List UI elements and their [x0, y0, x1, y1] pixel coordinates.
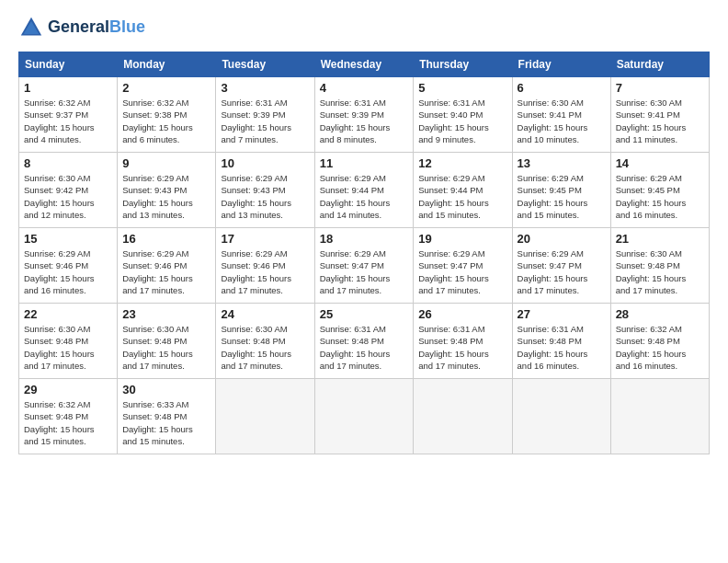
weekday-sunday: Sunday [19, 52, 118, 77]
day-detail: Sunrise: 6:31 AMSunset: 9:48 PMDaylight:… [518, 323, 606, 372]
day-detail: Sunrise: 6:29 AMSunset: 9:43 PMDaylight:… [221, 172, 309, 221]
day-number: 13 [518, 156, 606, 170]
calendar-cell: 30Sunrise: 6:33 AMSunset: 9:48 PMDayligh… [118, 379, 216, 454]
day-number: 18 [320, 232, 409, 246]
day-detail: Sunrise: 6:29 AMSunset: 9:47 PMDaylight:… [320, 247, 409, 296]
calendar-cell: 24Sunrise: 6:30 AMSunset: 9:48 PMDayligh… [216, 304, 314, 379]
day-number: 9 [122, 156, 210, 170]
day-number: 23 [122, 307, 210, 321]
calendar-cell: 8Sunrise: 6:30 AMSunset: 9:42 PMDaylight… [19, 153, 118, 228]
calendar-cell [216, 379, 314, 454]
day-number: 6 [518, 81, 606, 95]
calendar-cell: 17Sunrise: 6:29 AMSunset: 9:46 PMDayligh… [216, 228, 314, 304]
day-detail: Sunrise: 6:31 AMSunset: 9:39 PMDaylight:… [221, 97, 309, 145]
day-number: 26 [418, 307, 506, 321]
calendar-cell: 23Sunrise: 6:30 AMSunset: 9:48 PMDayligh… [118, 304, 216, 379]
day-number: 20 [518, 232, 606, 246]
calendar-cell: 6Sunrise: 6:30 AMSunset: 9:41 PMDaylight… [512, 77, 610, 153]
calendar-cell: 25Sunrise: 6:31 AMSunset: 9:48 PMDayligh… [314, 304, 414, 379]
logo: GeneralBlue [18, 15, 145, 40]
day-number: 29 [24, 383, 112, 396]
calendar-cell: 9Sunrise: 6:29 AMSunset: 9:43 PMDaylight… [118, 153, 216, 228]
week-row-2: 8Sunrise: 6:30 AMSunset: 9:42 PMDaylight… [19, 153, 710, 228]
day-detail: Sunrise: 6:29 AMSunset: 9:46 PMDaylight:… [24, 247, 112, 296]
calendar-cell: 15Sunrise: 6:29 AMSunset: 9:46 PMDayligh… [19, 228, 118, 304]
calendar-cell: 18Sunrise: 6:29 AMSunset: 9:47 PMDayligh… [314, 228, 414, 304]
calendar-cell: 14Sunrise: 6:29 AMSunset: 9:45 PMDayligh… [610, 153, 709, 228]
calendar-cell: 3Sunrise: 6:31 AMSunset: 9:39 PMDaylight… [216, 77, 314, 153]
day-number: 8 [24, 156, 112, 170]
calendar-cell: 13Sunrise: 6:29 AMSunset: 9:45 PMDayligh… [512, 153, 610, 228]
day-detail: Sunrise: 6:30 AMSunset: 9:48 PMDaylight:… [221, 323, 309, 372]
day-detail: Sunrise: 6:30 AMSunset: 9:48 PMDaylight:… [616, 247, 704, 296]
day-number: 3 [221, 81, 309, 95]
weekday-header-row: SundayMondayTuesdayWednesdayThursdayFrid… [19, 52, 710, 77]
day-number: 4 [320, 81, 409, 95]
day-number: 21 [616, 232, 704, 246]
day-detail: Sunrise: 6:32 AMSunset: 9:37 PMDaylight:… [24, 97, 112, 145]
day-number: 10 [221, 156, 309, 170]
weekday-wednesday: Wednesday [314, 52, 414, 77]
day-detail: Sunrise: 6:32 AMSunset: 9:48 PMDaylight:… [616, 323, 704, 372]
day-detail: Sunrise: 6:29 AMSunset: 9:45 PMDaylight:… [616, 172, 704, 221]
day-detail: Sunrise: 6:31 AMSunset: 9:40 PMDaylight:… [418, 97, 506, 145]
weekday-monday: Monday [118, 52, 216, 77]
day-number: 12 [418, 156, 506, 170]
weekday-friday: Friday [512, 52, 610, 77]
day-detail: Sunrise: 6:29 AMSunset: 9:47 PMDaylight:… [418, 247, 506, 296]
calendar-cell [512, 379, 610, 454]
calendar-cell [610, 379, 709, 454]
day-number: 14 [616, 156, 704, 170]
day-detail: Sunrise: 6:31 AMSunset: 9:48 PMDaylight:… [418, 323, 506, 372]
week-row-4: 22Sunrise: 6:30 AMSunset: 9:48 PMDayligh… [19, 304, 710, 379]
calendar-cell: 5Sunrise: 6:31 AMSunset: 9:40 PMDaylight… [414, 77, 512, 153]
day-number: 7 [616, 81, 704, 95]
calendar-cell: 22Sunrise: 6:30 AMSunset: 9:48 PMDayligh… [19, 304, 118, 379]
calendar-cell: 10Sunrise: 6:29 AMSunset: 9:43 PMDayligh… [216, 153, 314, 228]
calendar-cell: 21Sunrise: 6:30 AMSunset: 9:48 PMDayligh… [610, 228, 709, 304]
calendar-cell [314, 379, 414, 454]
page: GeneralBlue SundayMondayTuesdayWednesday… [0, 0, 728, 563]
day-number: 25 [320, 307, 409, 321]
calendar-cell: 29Sunrise: 6:32 AMSunset: 9:48 PMDayligh… [19, 379, 118, 454]
day-detail: Sunrise: 6:29 AMSunset: 9:46 PMDaylight:… [122, 247, 210, 296]
day-number: 27 [518, 307, 606, 321]
calendar-cell: 7Sunrise: 6:30 AMSunset: 9:41 PMDaylight… [610, 77, 709, 153]
calendar-cell [414, 379, 512, 454]
day-number: 17 [221, 232, 309, 246]
day-detail: Sunrise: 6:31 AMSunset: 9:48 PMDaylight:… [320, 323, 409, 372]
day-detail: Sunrise: 6:29 AMSunset: 9:47 PMDaylight:… [518, 247, 606, 296]
calendar-cell: 26Sunrise: 6:31 AMSunset: 9:48 PMDayligh… [414, 304, 512, 379]
day-detail: Sunrise: 6:30 AMSunset: 9:41 PMDaylight:… [518, 97, 606, 145]
calendar-cell: 2Sunrise: 6:32 AMSunset: 9:38 PMDaylight… [118, 77, 216, 153]
day-detail: Sunrise: 6:30 AMSunset: 9:42 PMDaylight:… [24, 172, 112, 221]
day-number: 30 [122, 383, 210, 396]
day-number: 16 [122, 232, 210, 246]
calendar-cell: 1Sunrise: 6:32 AMSunset: 9:37 PMDaylight… [19, 77, 118, 153]
calendar-cell: 11Sunrise: 6:29 AMSunset: 9:44 PMDayligh… [314, 153, 414, 228]
calendar-cell: 28Sunrise: 6:32 AMSunset: 9:48 PMDayligh… [610, 304, 709, 379]
day-number: 28 [616, 307, 704, 321]
calendar-cell: 19Sunrise: 6:29 AMSunset: 9:47 PMDayligh… [414, 228, 512, 304]
day-detail: Sunrise: 6:32 AMSunset: 9:38 PMDaylight:… [122, 97, 210, 145]
calendar-cell: 12Sunrise: 6:29 AMSunset: 9:44 PMDayligh… [414, 153, 512, 228]
day-number: 5 [418, 81, 506, 95]
logo-text: GeneralBlue [48, 18, 145, 37]
logo-icon [18, 15, 44, 40]
day-detail: Sunrise: 6:31 AMSunset: 9:39 PMDaylight:… [320, 97, 409, 145]
day-detail: Sunrise: 6:29 AMSunset: 9:45 PMDaylight:… [518, 172, 606, 221]
day-number: 24 [221, 307, 309, 321]
day-number: 15 [24, 232, 112, 246]
day-detail: Sunrise: 6:30 AMSunset: 9:48 PMDaylight:… [122, 323, 210, 372]
day-detail: Sunrise: 6:29 AMSunset: 9:43 PMDaylight:… [122, 172, 210, 221]
weekday-saturday: Saturday [610, 52, 709, 77]
day-detail: Sunrise: 6:33 AMSunset: 9:48 PMDaylight:… [122, 398, 210, 447]
week-row-3: 15Sunrise: 6:29 AMSunset: 9:46 PMDayligh… [19, 228, 710, 304]
calendar-cell: 20Sunrise: 6:29 AMSunset: 9:47 PMDayligh… [512, 228, 610, 304]
day-detail: Sunrise: 6:32 AMSunset: 9:48 PMDaylight:… [24, 398, 112, 447]
calendar-cell: 4Sunrise: 6:31 AMSunset: 9:39 PMDaylight… [314, 77, 414, 153]
calendar-table: SundayMondayTuesdayWednesdayThursdayFrid… [18, 52, 710, 454]
week-row-5: 29Sunrise: 6:32 AMSunset: 9:48 PMDayligh… [19, 379, 710, 454]
header: GeneralBlue [18, 15, 710, 40]
day-detail: Sunrise: 6:29 AMSunset: 9:44 PMDaylight:… [418, 172, 506, 221]
